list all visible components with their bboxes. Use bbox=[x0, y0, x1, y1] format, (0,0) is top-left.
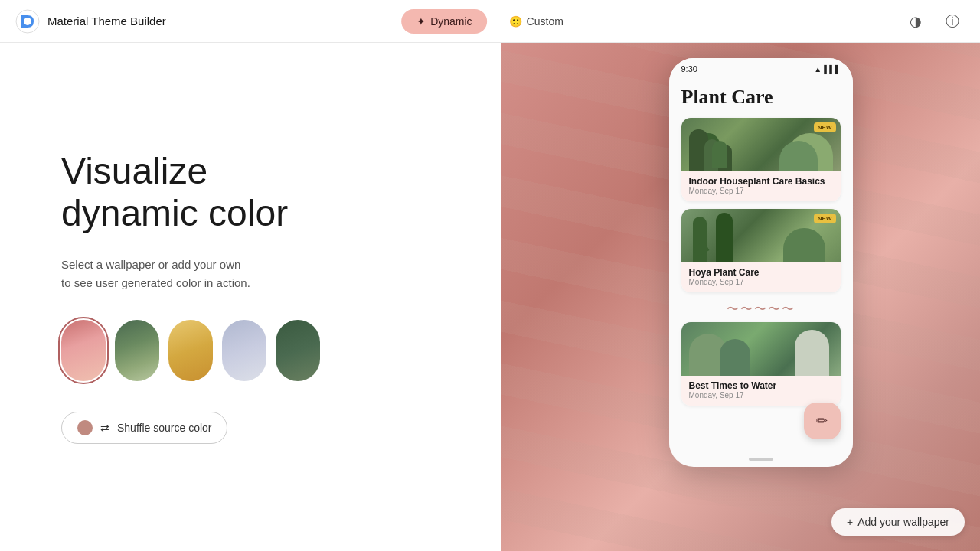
shuffle-color-swatch bbox=[77, 420, 93, 435]
main-content: Visualize dynamic color Select a wallpap… bbox=[0, 43, 980, 551]
phone-frame: 9:30 ▲ ▌▌▌ Plant Care NEW bbox=[669, 58, 853, 467]
svg-point-1 bbox=[24, 18, 31, 25]
plant-card-image-2: NEW bbox=[681, 209, 841, 262]
hero-description: Select a wallpaper or add your own to se… bbox=[61, 256, 440, 292]
main-nav: ✦ Dynamic 🙂 Custom bbox=[401, 9, 579, 34]
theme-toggle-button[interactable]: ◑ bbox=[903, 9, 928, 34]
plant-card-info-1: Indoor Houseplant Care Basics Monday, Se… bbox=[681, 171, 841, 201]
wavy-separator: 〜〜〜〜〜 bbox=[681, 300, 841, 319]
custom-face-icon: 🙂 bbox=[509, 15, 522, 28]
plant-card-image-3 bbox=[681, 322, 841, 376]
plant-card-date-3: Monday, Sep 17 bbox=[689, 391, 833, 399]
plant-card-date-2: Monday, Sep 17 bbox=[689, 278, 833, 286]
new-badge-2: NEW bbox=[814, 214, 836, 223]
plant-card-title-3: Best Times to Water bbox=[689, 380, 833, 391]
plant-card-2[interactable]: NEW Hoya Plant Care Monday, Sep 17 bbox=[681, 209, 841, 292]
scroll-indicator bbox=[669, 452, 853, 467]
shuffle-label: Shuffle source color bbox=[117, 422, 211, 434]
header-actions: ◑ ⓘ bbox=[903, 9, 965, 34]
status-time: 9:30 bbox=[681, 64, 697, 73]
plant-card-1[interactable]: NEW Indoor Houseplant Care Basics Monday… bbox=[681, 118, 841, 201]
dynamic-plus-icon: ✦ bbox=[416, 15, 426, 28]
material-logo-icon bbox=[15, 9, 40, 34]
app-title: Material Theme Builder bbox=[47, 15, 166, 28]
hero-heading: Visualize dynamic color bbox=[61, 150, 440, 234]
desc-line2: to see user generated color in action. bbox=[61, 276, 250, 289]
wallpaper-option-5[interactable] bbox=[276, 320, 320, 381]
plant-card-title-2: Hoya Plant Care bbox=[689, 267, 833, 278]
shuffle-button[interactable]: ⇄ Shuffle source color bbox=[61, 412, 227, 444]
wallpaper-option-3[interactable] bbox=[168, 320, 213, 381]
logo-area: Material Theme Builder bbox=[15, 9, 166, 34]
custom-nav-label: Custom bbox=[527, 15, 564, 28]
status-icons: ▲ ▌▌▌ bbox=[814, 65, 840, 73]
wifi-icon: ▲ bbox=[814, 65, 822, 73]
scroll-dot bbox=[749, 458, 773, 461]
app-content: Plant Care NEW Indoo bbox=[669, 77, 853, 452]
add-wallpaper-label: Add your wallpaper bbox=[858, 516, 949, 528]
left-panel: Visualize dynamic color Select a wallpap… bbox=[0, 43, 501, 551]
right-panel: 9:30 ▲ ▌▌▌ Plant Care NEW bbox=[501, 43, 980, 551]
wallpaper-option-2[interactable] bbox=[115, 320, 159, 381]
phone-status-bar: 9:30 ▲ ▌▌▌ bbox=[669, 58, 853, 77]
new-badge-1: NEW bbox=[814, 122, 836, 132]
theme-icon: ◑ bbox=[910, 13, 922, 30]
phone-mockup: 9:30 ▲ ▌▌▌ Plant Care NEW bbox=[662, 58, 861, 467]
info-icon: ⓘ bbox=[946, 12, 959, 31]
wallpaper-option-1[interactable] bbox=[61, 320, 106, 381]
plant-card-title-1: Indoor Houseplant Care Basics bbox=[689, 176, 833, 187]
heading-line1: Visualize bbox=[61, 151, 207, 191]
shuffle-icon: ⇄ bbox=[100, 422, 109, 434]
info-button[interactable]: ⓘ bbox=[940, 9, 965, 34]
heading-line2: dynamic color bbox=[61, 193, 288, 233]
wallpaper-option-4[interactable] bbox=[222, 320, 266, 381]
dynamic-nav-button[interactable]: ✦ Dynamic bbox=[401, 9, 487, 34]
header: Material Theme Builder ✦ Dynamic 🙂 Custo… bbox=[0, 0, 980, 43]
plant-card-image-1: NEW bbox=[681, 118, 841, 171]
custom-nav-button[interactable]: 🙂 Custom bbox=[494, 9, 579, 34]
fab-edit-icon: ✏ bbox=[816, 412, 828, 429]
desc-line1: Select a wallpaper or add your own bbox=[61, 258, 240, 271]
app-title-text: Plant Care bbox=[681, 86, 841, 109]
plant-card-info-2: Hoya Plant Care Monday, Sep 17 bbox=[681, 262, 841, 292]
plant-card-info-3: Best Times to Water Monday, Sep 17 bbox=[681, 376, 841, 406]
plant-card-3[interactable]: Best Times to Water Monday, Sep 17 bbox=[681, 322, 841, 406]
fab-button[interactable]: ✏ bbox=[804, 403, 841, 439]
signal-icon: ▌▌▌ bbox=[824, 65, 840, 73]
dynamic-nav-label: Dynamic bbox=[430, 15, 472, 28]
add-wallpaper-button[interactable]: + Add your wallpaper bbox=[831, 508, 965, 536]
add-wallpaper-icon: + bbox=[847, 516, 853, 528]
wallpaper-options bbox=[61, 320, 440, 381]
plant-card-date-1: Monday, Sep 17 bbox=[689, 187, 833, 195]
